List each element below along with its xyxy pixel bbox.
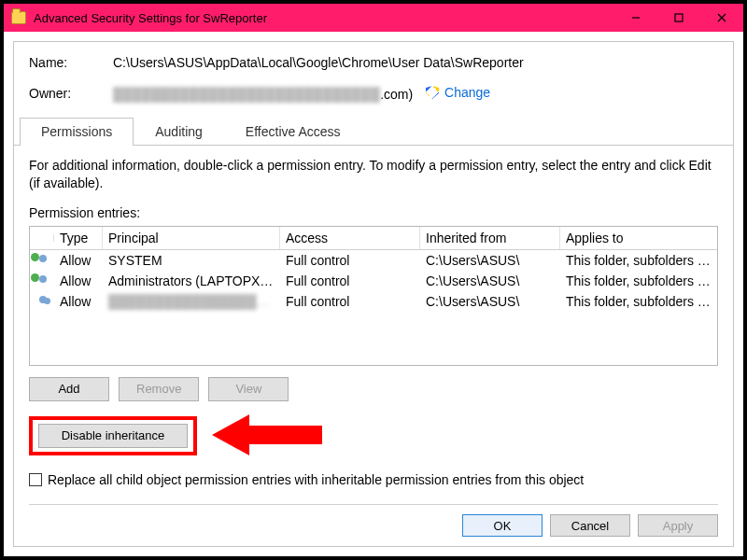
- add-button[interactable]: Add: [29, 377, 109, 401]
- owner-label: Owner:: [29, 86, 113, 101]
- folder-icon: [11, 11, 26, 24]
- permission-entries-grid[interactable]: Type Principal Access Inherited from App…: [29, 226, 718, 366]
- dialog-footer: OK Cancel Apply: [29, 504, 718, 537]
- tab-permissions[interactable]: Permissions: [20, 118, 134, 146]
- entries-label: Permission entries:: [29, 205, 718, 220]
- tab-strip: Permissions Auditing Effective Access: [14, 117, 733, 146]
- grid-header: Type Principal Access Inherited from App…: [30, 227, 717, 250]
- annotation-arrow-icon: [212, 407, 324, 466]
- maximize-button[interactable]: [657, 4, 700, 32]
- replace-child-permissions-label: Replace all child object permission entr…: [48, 472, 584, 487]
- col-applies[interactable]: Applies to: [560, 227, 717, 249]
- table-row[interactable]: Allow ████████████████████ Full control …: [30, 291, 717, 312]
- shield-icon: [426, 86, 439, 99]
- name-label: Name:: [29, 55, 113, 70]
- title-bar: Advanced Security Settings for SwReporte…: [4, 4, 743, 32]
- tab-effective-access[interactable]: Effective Access: [224, 118, 362, 146]
- disable-inheritance-button[interactable]: Disable inheritance: [38, 424, 188, 448]
- remove-button: Remove: [119, 377, 199, 401]
- minimize-button[interactable]: [614, 4, 657, 32]
- table-row[interactable]: Allow SYSTEM Full control C:\Users\ASUS\…: [30, 250, 717, 271]
- close-button[interactable]: [700, 4, 743, 32]
- change-owner-link[interactable]: Change: [426, 85, 490, 100]
- col-access[interactable]: Access: [280, 227, 420, 249]
- cancel-button[interactable]: Cancel: [550, 514, 630, 537]
- replace-child-permissions-checkbox[interactable]: [29, 473, 42, 486]
- change-owner-label: Change: [444, 85, 490, 100]
- ok-button[interactable]: OK: [462, 514, 543, 537]
- owner-redacted: ████████████████████████████: [113, 87, 380, 102]
- owner-value: ████████████████████████████.com) Change: [113, 85, 718, 102]
- apply-button: Apply: [638, 514, 718, 537]
- view-button: View: [208, 377, 289, 401]
- hint-text: For additional information, double-click…: [29, 157, 718, 192]
- col-type[interactable]: Type: [54, 227, 103, 249]
- annotation-highlight: Disable inheritance: [29, 416, 197, 455]
- svg-marker-4: [212, 414, 322, 455]
- table-row[interactable]: Allow Administrators (LAPTOPXPRI... Full…: [30, 271, 717, 291]
- svg-rect-1: [675, 14, 683, 21]
- dialog-content: Name: C:\Users\ASUS\AppData\Local\Google…: [13, 41, 734, 547]
- col-principal[interactable]: Principal: [103, 227, 280, 249]
- col-inherited[interactable]: Inherited from: [420, 227, 560, 249]
- window-title: Advanced Security Settings for SwReporte…: [34, 11, 614, 25]
- tab-auditing[interactable]: Auditing: [134, 118, 224, 146]
- name-value: C:\Users\ASUS\AppData\Local\Google\Chrom…: [113, 55, 718, 70]
